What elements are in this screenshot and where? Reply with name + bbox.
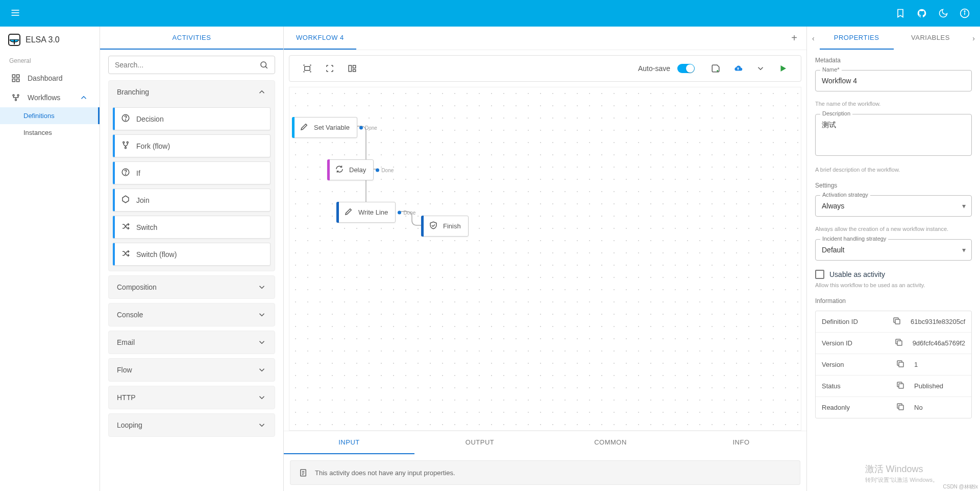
activity-group-header[interactable]: Console: [109, 303, 275, 326]
info-value: 9d6fcfc46a5769f2: [913, 339, 965, 347]
workflow-node[interactable]: Set VariableDone: [292, 117, 357, 138]
canvas-toolbar: Auto-save: [289, 55, 801, 82]
help-circle-icon: [121, 168, 130, 178]
add-tab-button[interactable]: +: [782, 32, 806, 44]
activity-item[interactable]: Switch: [113, 216, 271, 239]
activity-item[interactable]: Switch (flow): [113, 243, 271, 266]
output-port[interactable]: [398, 211, 401, 214]
info-value: 61bc931fe83205cf: [911, 318, 965, 325]
center-icon[interactable]: [320, 60, 339, 77]
bottom-tab-info[interactable]: INFO: [676, 431, 806, 454]
search-icon: [259, 60, 268, 69]
tab-variables[interactable]: VARIABLES: [894, 27, 968, 50]
refresh-icon: [335, 165, 344, 175]
node-label: Finish: [443, 222, 461, 230]
port-label: Done: [381, 167, 394, 173]
activity-group-header[interactable]: HTTP: [109, 386, 275, 409]
svg-rect-25: [305, 66, 310, 71]
search-field[interactable]: [115, 61, 259, 69]
info-value: Published: [914, 382, 965, 390]
activity-item-label: Switch (flow): [136, 250, 177, 259]
svg-rect-37: [899, 362, 903, 367]
windows-watermark: 激活 Windows 转到"设置"以激活 Windows。: [865, 463, 939, 484]
activation-select[interactable]: [815, 195, 972, 217]
activity-item[interactable]: If: [113, 161, 271, 184]
canvas-area[interactable]: Set VariableDoneDelayDoneWrite LineDoneF…: [289, 87, 801, 431]
run-icon[interactable]: [773, 60, 793, 77]
info-row: ReadonlyNo: [816, 397, 971, 418]
tab-properties[interactable]: PROPERTIES: [820, 27, 894, 50]
shuffle-icon: [121, 222, 130, 232]
settings-label: Settings: [815, 182, 972, 189]
incident-select[interactable]: [815, 239, 972, 261]
sidebar-item-dashboard[interactable]: Dashboard: [0, 68, 100, 88]
auto-save-label: Auto-save: [638, 64, 670, 73]
sidebar-item-label: Workflows: [28, 93, 60, 102]
usable-checkbox-row[interactable]: Usable as activity: [815, 270, 972, 279]
menu-icon[interactable]: [10, 8, 20, 19]
svg-point-21: [125, 147, 127, 149]
checkbox-icon[interactable]: [815, 270, 824, 279]
svg-rect-27: [353, 65, 356, 68]
search-input[interactable]: [108, 56, 275, 74]
chevron-down-icon: [257, 310, 266, 319]
activity-item[interactable]: Fork (flow): [113, 134, 271, 157]
moon-icon[interactable]: [938, 8, 948, 18]
workflow-node[interactable]: Finish: [421, 216, 469, 237]
activity-group-header[interactable]: Looping: [109, 414, 275, 436]
shuffle-icon: [121, 249, 130, 260]
assignment-icon: [299, 468, 308, 477]
activity-item-label: Fork (flow): [136, 142, 170, 150]
info-row: Version ID9d6fcfc46a5769f2: [816, 333, 971, 354]
activity-item-label: If: [136, 169, 140, 177]
chevron-down-icon: [257, 283, 266, 292]
activity-group: Email: [108, 331, 275, 354]
info-row: Version1: [816, 354, 971, 376]
info-icon[interactable]: [960, 8, 970, 18]
brand[interactable]: ELSA 3.0: [0, 27, 100, 53]
prop-nav-next[interactable]: ›: [967, 30, 980, 46]
usable-label: Usable as activity: [829, 270, 885, 278]
copy-icon[interactable]: [892, 316, 901, 327]
copy-icon[interactable]: [896, 359, 905, 370]
workflow-node[interactable]: Write LineDone: [336, 202, 396, 223]
auto-save-toggle[interactable]: [677, 64, 695, 73]
activity-group-header[interactable]: Branching: [109, 81, 275, 103]
svg-rect-9: [17, 75, 19, 77]
bottom-tab-input[interactable]: INPUT: [284, 431, 414, 454]
copy-icon[interactable]: [894, 338, 903, 348]
prop-nav-prev[interactable]: ‹: [807, 30, 820, 46]
bookmark-icon[interactable]: [895, 8, 905, 18]
sidebar-sub-definitions[interactable]: Definitions: [0, 107, 100, 124]
workflow-node[interactable]: DelayDone: [327, 159, 374, 180]
sidebar-sub-instances[interactable]: Instances: [0, 124, 100, 141]
bottom-tab-output[interactable]: OUTPUT: [414, 431, 545, 454]
workflow-tab[interactable]: WORKFLOW 4: [284, 27, 356, 50]
sidebar-item-workflows[interactable]: Workflows: [0, 88, 100, 107]
output-port[interactable]: [359, 126, 363, 129]
copy-icon[interactable]: [896, 381, 905, 391]
layout-icon[interactable]: [342, 60, 362, 77]
tab-activities[interactable]: ACTIVITIES: [100, 27, 283, 50]
name-field[interactable]: [815, 70, 972, 91]
desc-help: A brief description of the workflow.: [815, 167, 972, 173]
activity-item[interactable]: Decision: [113, 107, 271, 130]
info-row: StatusPublished: [816, 376, 971, 397]
fit-screen-icon[interactable]: [298, 60, 317, 77]
save-icon[interactable]: [706, 60, 725, 77]
svg-rect-8: [12, 75, 15, 77]
dropdown-icon[interactable]: [751, 60, 770, 77]
shield-check-icon: [429, 221, 438, 231]
activity-group-header[interactable]: Composition: [109, 276, 275, 298]
github-icon[interactable]: [917, 8, 927, 18]
publish-icon[interactable]: [728, 60, 748, 77]
bottom-tab-common[interactable]: COMMON: [545, 431, 676, 454]
svg-marker-30: [781, 65, 787, 72]
copy-icon[interactable]: [896, 402, 905, 413]
activity-group-header[interactable]: Flow: [109, 359, 275, 381]
activity-group-header[interactable]: Email: [109, 331, 275, 354]
output-port[interactable]: [376, 168, 379, 172]
chevron-down-icon: [257, 420, 266, 430]
description-field[interactable]: [815, 114, 972, 156]
activity-item[interactable]: Join: [113, 189, 271, 212]
